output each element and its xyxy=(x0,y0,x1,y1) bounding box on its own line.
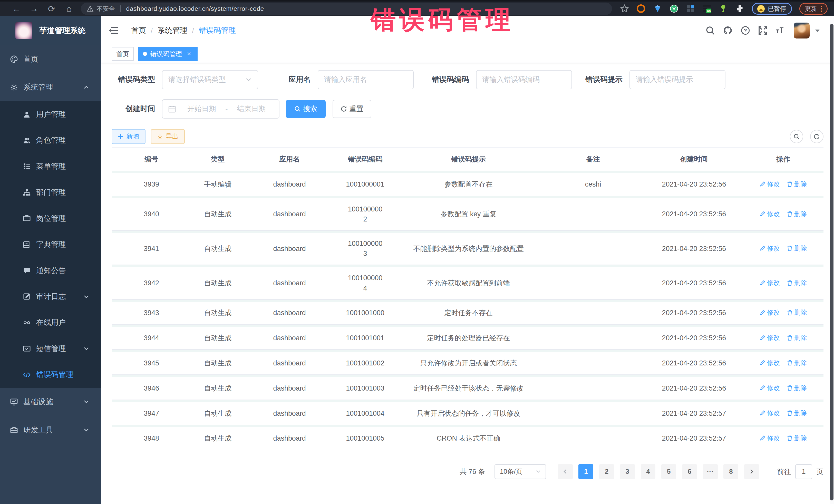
sidebar-item-用户管理[interactable]: 用户管理 xyxy=(0,101,101,127)
page-button-4[interactable]: 4 xyxy=(641,464,656,479)
delete-link[interactable]: 删除 xyxy=(787,383,807,393)
sidebar-item-字典管理[interactable]: 字典管理 xyxy=(0,232,101,257)
scrollbar[interactable] xyxy=(830,16,834,504)
extension-orange-icon[interactable] xyxy=(636,4,645,13)
delete-link[interactable]: 删除 xyxy=(787,209,807,219)
sidebar-item-基础设施[interactable]: 基础设施 xyxy=(0,388,101,416)
delete-link[interactable]: 删除 xyxy=(787,307,807,317)
delete-link[interactable]: 删除 xyxy=(787,358,807,368)
tag-error-code[interactable]: 错误码管理 × xyxy=(138,47,198,61)
breadcrumb-system[interactable]: 系统管理 xyxy=(158,25,187,36)
delete-link[interactable]: 删除 xyxy=(787,408,807,418)
extension-gem-icon[interactable] xyxy=(653,4,662,13)
caret-down-icon[interactable] xyxy=(815,28,820,34)
page-button-3[interactable]: 3 xyxy=(620,464,635,479)
sidebar-item-部门管理[interactable]: 部门管理 xyxy=(0,180,101,205)
sidebar-item-首页[interactable]: 首页 xyxy=(0,45,101,73)
breadcrumb-home[interactable]: 首页 xyxy=(131,25,146,36)
close-icon[interactable]: × xyxy=(185,50,193,58)
home-icon[interactable]: ⌂ xyxy=(63,4,75,14)
sidebar-item-在线用户[interactable]: 在线用户 xyxy=(0,310,101,336)
edit-link[interactable]: 修改 xyxy=(760,383,780,393)
edit-link[interactable]: 修改 xyxy=(760,179,780,189)
search-button[interactable]: 搜索 xyxy=(286,100,326,118)
delete-link[interactable]: 删除 xyxy=(787,278,807,288)
delete-link[interactable]: 删除 xyxy=(787,433,807,443)
next-page-button[interactable] xyxy=(744,464,759,479)
start-date-input[interactable]: 开始日期 xyxy=(180,104,223,114)
error-hint-input[interactable]: 请输入错误码提示 xyxy=(630,70,726,89)
bookmark-star-icon[interactable] xyxy=(620,4,629,13)
font-size-icon[interactable] xyxy=(775,26,785,35)
logo[interactable]: 芋道管理系统 xyxy=(0,16,101,45)
sidebar-item-审计日志[interactable]: 审计日志 xyxy=(0,284,101,309)
extension-key-icon[interactable] xyxy=(719,4,728,13)
page-button-5[interactable]: 5 xyxy=(661,464,676,479)
edit-link[interactable]: 修改 xyxy=(760,278,780,288)
error-code-input[interactable]: 请输入错误码编码 xyxy=(476,70,572,89)
extensions-puzzle-icon[interactable] xyxy=(735,4,744,13)
sidebar-item-岗位管理[interactable]: 岗位管理 xyxy=(0,205,101,232)
chevron-down-icon xyxy=(83,427,89,433)
edit-link[interactable]: 修改 xyxy=(760,307,780,317)
edit-link[interactable]: 修改 xyxy=(760,358,780,368)
export-button[interactable]: 导出 xyxy=(151,129,185,144)
reset-button[interactable]: 重置 xyxy=(333,100,371,118)
hamburger-icon[interactable] xyxy=(109,26,118,35)
error-type-select[interactable]: 请选择错误码类型 xyxy=(162,70,258,89)
delete-link[interactable]: 删除 xyxy=(787,243,807,253)
paused-badge[interactable]: 已暂停 xyxy=(752,3,792,15)
page-button-1[interactable]: 1 xyxy=(578,464,593,479)
security-label[interactable]: 不安全 xyxy=(97,5,115,13)
show-search-button[interactable] xyxy=(790,130,803,143)
address-bar[interactable]: 不安全 dashboard.yudao.iocoder.cn/system/er… xyxy=(81,3,612,15)
prev-page-button[interactable] xyxy=(558,464,573,479)
sidebar-item-角色管理[interactable]: 角色管理 xyxy=(0,128,101,153)
delete-link[interactable]: 删除 xyxy=(787,333,807,343)
page-button-6[interactable]: 6 xyxy=(682,464,697,479)
scrollbar-thumb[interactable] xyxy=(830,24,833,500)
add-button[interactable]: 新增 xyxy=(112,129,146,144)
table-row: 3941自动生成dashboard1001000003不能删除类型为系统内置的参… xyxy=(112,231,824,265)
url-text[interactable]: dashboard.yudao.iocoder.cn/system/error-… xyxy=(126,5,264,12)
back-icon[interactable]: ← xyxy=(10,4,22,14)
table-row: 3940自动生成dashboard1001000002参数配置 key 重复20… xyxy=(112,196,824,231)
tag-home[interactable]: 首页 xyxy=(112,47,134,61)
edit-link[interactable]: 修改 xyxy=(760,408,780,418)
edit-link[interactable]: 修改 xyxy=(760,433,780,443)
extension-grid-icon[interactable] xyxy=(686,4,695,13)
reload-icon[interactable]: ⟳ xyxy=(46,4,58,14)
edit-link[interactable]: 修改 xyxy=(760,243,780,253)
page-button-8[interactable]: 8 xyxy=(723,464,738,479)
menu-dots-icon[interactable] xyxy=(821,5,822,12)
page-size-select[interactable]: 10条/页 xyxy=(495,464,546,479)
extension-list-on-icon[interactable]: on xyxy=(702,4,711,13)
app-title: 芋道管理系统 xyxy=(39,25,85,36)
sidebar-item-菜单管理[interactable]: 菜单管理 xyxy=(0,153,101,179)
edit-link[interactable]: 修改 xyxy=(760,333,780,343)
extension-vue-icon[interactable] xyxy=(670,4,679,13)
sidebar-item-错误码管理[interactable]: 错误码管理 xyxy=(0,362,101,388)
search-icon[interactable] xyxy=(705,26,715,35)
refresh-table-button[interactable] xyxy=(810,130,824,143)
forward-icon[interactable]: → xyxy=(28,4,40,14)
github-icon[interactable] xyxy=(723,26,732,35)
sidebar-item-通知公告[interactable]: 通知公告 xyxy=(0,258,101,284)
delete-link[interactable]: 删除 xyxy=(787,179,807,189)
edit-link[interactable]: 修改 xyxy=(760,209,780,219)
column-header: 创建时间 xyxy=(645,148,743,171)
update-button[interactable]: 更新 xyxy=(799,3,828,15)
sidebar-item-短信管理[interactable]: 短信管理 xyxy=(0,336,101,361)
page-button-2[interactable]: 2 xyxy=(599,464,614,479)
sidebar-item-系统管理[interactable]: 系统管理 xyxy=(0,73,101,102)
app-name-input[interactable]: 请输入应用名 xyxy=(318,70,414,89)
date-range-picker[interactable]: 开始日期 - 结束日期 xyxy=(162,99,279,118)
goto-page-input[interactable]: 1 xyxy=(795,464,812,479)
end-date-input[interactable]: 结束日期 xyxy=(230,104,273,114)
fullscreen-icon[interactable] xyxy=(758,26,768,35)
help-icon[interactable]: ? xyxy=(741,26,750,35)
sidebar-menu: 首页系统管理用户管理角色管理菜单管理部门管理岗位管理字典管理通知公告审计日志在线… xyxy=(0,45,101,504)
sidebar-item-研发工具[interactable]: 研发工具 xyxy=(0,416,101,444)
avatar[interactable] xyxy=(794,23,810,39)
more-pages-button[interactable]: ··· xyxy=(703,464,718,479)
